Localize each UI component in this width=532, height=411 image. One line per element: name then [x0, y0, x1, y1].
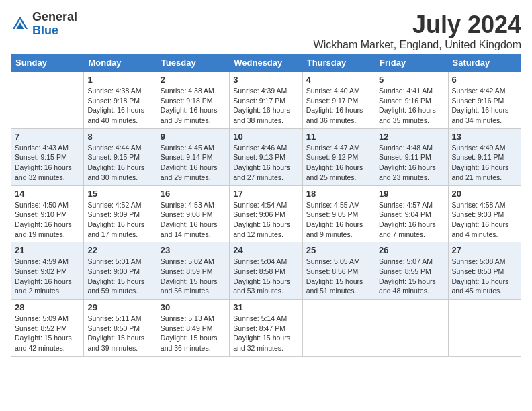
day-info: Sunrise: 4:44 AM Sunset: 9:15 PM Dayligh…	[87, 143, 152, 183]
day-info: Sunrise: 4:53 AM Sunset: 9:08 PM Dayligh…	[161, 200, 226, 240]
day-info: Sunrise: 5:04 AM Sunset: 8:58 PM Dayligh…	[233, 257, 298, 296]
logo-blue-text: Blue	[32, 24, 77, 38]
day-number: 10	[233, 132, 298, 142]
day-number: 5	[379, 75, 444, 85]
calendar-cell: 28Sunrise: 5:09 AM Sunset: 8:52 PM Dayli…	[11, 300, 84, 357]
header-thursday: Thursday	[302, 54, 375, 72]
calendar-cell: 22Sunrise: 5:01 AM Sunset: 9:00 PM Dayli…	[84, 242, 157, 300]
calendar-cell	[448, 300, 521, 357]
calendar-cell	[302, 300, 375, 357]
calendar-cell: 2Sunrise: 4:38 AM Sunset: 9:18 PM Daylig…	[157, 72, 229, 129]
day-info: Sunrise: 4:38 AM Sunset: 9:18 PM Dayligh…	[161, 86, 226, 126]
day-number: 15	[87, 189, 152, 199]
calendar-cell: 11Sunrise: 4:47 AM Sunset: 9:12 PM Dayli…	[302, 128, 375, 185]
calendar-cell: 26Sunrise: 5:07 AM Sunset: 8:55 PM Dayli…	[375, 242, 448, 300]
day-info: Sunrise: 5:11 AM Sunset: 8:50 PM Dayligh…	[87, 314, 152, 353]
day-info: Sunrise: 4:59 AM Sunset: 9:02 PM Dayligh…	[15, 257, 80, 296]
calendar-cell: 18Sunrise: 4:55 AM Sunset: 9:05 PM Dayli…	[302, 185, 375, 242]
calendar-cell: 29Sunrise: 5:11 AM Sunset: 8:50 PM Dayli…	[84, 300, 157, 357]
day-info: Sunrise: 4:57 AM Sunset: 9:04 PM Dayligh…	[379, 200, 444, 240]
day-number: 26	[379, 245, 444, 255]
calendar-cell: 15Sunrise: 4:52 AM Sunset: 9:09 PM Dayli…	[84, 185, 157, 242]
day-info: Sunrise: 5:13 AM Sunset: 8:49 PM Dayligh…	[161, 314, 226, 353]
calendar-cell: 9Sunrise: 4:45 AM Sunset: 9:14 PM Daylig…	[157, 128, 229, 185]
calendar-cell: 14Sunrise: 4:50 AM Sunset: 9:10 PM Dayli…	[11, 185, 84, 242]
day-number: 24	[233, 245, 298, 255]
day-info: Sunrise: 4:43 AM Sunset: 9:15 PM Dayligh…	[15, 143, 80, 183]
calendar-cell: 31Sunrise: 5:14 AM Sunset: 8:47 PM Dayli…	[230, 300, 302, 357]
calendar-week-row: 21Sunrise: 4:59 AM Sunset: 9:02 PM Dayli…	[11, 242, 521, 300]
day-info: Sunrise: 5:02 AM Sunset: 8:59 PM Dayligh…	[161, 257, 226, 296]
calendar-cell	[375, 300, 448, 357]
header-sunday: Sunday	[11, 54, 84, 72]
header: General Blue July 2024 Wickham Market, E…	[11, 11, 521, 51]
calendar-cell: 6Sunrise: 4:42 AM Sunset: 9:16 PM Daylig…	[448, 72, 521, 129]
day-number: 17	[233, 189, 298, 199]
calendar-cell: 21Sunrise: 4:59 AM Sunset: 9:02 PM Dayli…	[11, 242, 84, 300]
day-number: 4	[306, 75, 371, 85]
day-info: Sunrise: 4:49 AM Sunset: 9:11 PM Dayligh…	[452, 143, 517, 183]
day-number: 16	[161, 189, 226, 199]
day-number: 20	[452, 189, 517, 199]
calendar-cell: 24Sunrise: 5:04 AM Sunset: 8:58 PM Dayli…	[230, 242, 302, 300]
day-info: Sunrise: 5:07 AM Sunset: 8:55 PM Dayligh…	[379, 257, 444, 296]
day-info: Sunrise: 5:01 AM Sunset: 9:00 PM Dayligh…	[87, 257, 152, 296]
day-number: 1	[87, 75, 152, 85]
day-info: Sunrise: 5:09 AM Sunset: 8:52 PM Dayligh…	[15, 314, 80, 353]
day-number: 12	[379, 132, 444, 142]
calendar-cell: 5Sunrise: 4:41 AM Sunset: 9:16 PM Daylig…	[375, 72, 448, 129]
calendar-table: Sunday Monday Tuesday Wednesday Thursday…	[11, 54, 521, 357]
day-info: Sunrise: 4:54 AM Sunset: 9:06 PM Dayligh…	[233, 200, 298, 240]
logo-icon	[11, 15, 30, 34]
calendar-cell: 1Sunrise: 4:38 AM Sunset: 9:18 PM Daylig…	[84, 72, 157, 129]
header-tuesday: Tuesday	[157, 54, 229, 72]
day-number: 14	[15, 189, 80, 199]
location-text: Wickham Market, England, United Kingdom	[314, 39, 521, 51]
day-info: Sunrise: 4:48 AM Sunset: 9:11 PM Dayligh…	[379, 143, 444, 183]
calendar-cell: 30Sunrise: 5:13 AM Sunset: 8:49 PM Dayli…	[157, 300, 229, 357]
title-block: July 2024 Wickham Market, England, Unite…	[314, 11, 521, 51]
calendar-week-row: 7Sunrise: 4:43 AM Sunset: 9:15 PM Daylig…	[11, 128, 521, 185]
day-header-row: Sunday Monday Tuesday Wednesday Thursday…	[11, 54, 521, 72]
day-number: 6	[452, 75, 517, 85]
logo-general-text: General	[32, 11, 77, 24]
day-number: 8	[87, 132, 152, 142]
calendar-cell: 10Sunrise: 4:46 AM Sunset: 9:13 PM Dayli…	[230, 128, 302, 185]
calendar-cell: 7Sunrise: 4:43 AM Sunset: 9:15 PM Daylig…	[11, 128, 84, 185]
day-info: Sunrise: 4:38 AM Sunset: 9:18 PM Dayligh…	[87, 86, 152, 126]
day-info: Sunrise: 4:45 AM Sunset: 9:14 PM Dayligh…	[161, 143, 226, 183]
calendar-cell: 17Sunrise: 4:54 AM Sunset: 9:06 PM Dayli…	[230, 185, 302, 242]
header-friday: Friday	[375, 54, 448, 72]
calendar-cell: 12Sunrise: 4:48 AM Sunset: 9:11 PM Dayli…	[375, 128, 448, 185]
day-info: Sunrise: 5:14 AM Sunset: 8:47 PM Dayligh…	[233, 314, 298, 353]
day-number: 22	[87, 245, 152, 255]
calendar-cell: 3Sunrise: 4:39 AM Sunset: 9:17 PM Daylig…	[230, 72, 302, 129]
day-number: 13	[452, 132, 517, 142]
day-info: Sunrise: 4:58 AM Sunset: 9:03 PM Dayligh…	[452, 200, 517, 240]
day-number: 2	[161, 75, 226, 85]
day-number: 28	[15, 302, 80, 312]
calendar-week-row: 28Sunrise: 5:09 AM Sunset: 8:52 PM Dayli…	[11, 300, 521, 357]
day-number: 7	[15, 132, 80, 142]
day-info: Sunrise: 4:47 AM Sunset: 9:12 PM Dayligh…	[306, 143, 371, 183]
logo: General Blue	[11, 11, 77, 38]
day-number: 23	[161, 245, 226, 255]
calendar-week-row: 1Sunrise: 4:38 AM Sunset: 9:18 PM Daylig…	[11, 72, 521, 129]
day-number: 19	[379, 189, 444, 199]
day-number: 31	[233, 302, 298, 312]
day-number: 29	[87, 302, 152, 312]
day-info: Sunrise: 4:39 AM Sunset: 9:17 PM Dayligh…	[233, 86, 298, 126]
header-wednesday: Wednesday	[230, 54, 302, 72]
day-info: Sunrise: 4:52 AM Sunset: 9:09 PM Dayligh…	[87, 200, 152, 240]
day-info: Sunrise: 4:41 AM Sunset: 9:16 PM Dayligh…	[379, 86, 444, 126]
calendar-cell: 4Sunrise: 4:40 AM Sunset: 9:17 PM Daylig…	[302, 72, 375, 129]
day-number: 9	[161, 132, 226, 142]
calendar-cell: 25Sunrise: 5:05 AM Sunset: 8:56 PM Dayli…	[302, 242, 375, 300]
day-number: 3	[233, 75, 298, 85]
day-number: 27	[452, 245, 517, 255]
day-info: Sunrise: 4:40 AM Sunset: 9:17 PM Dayligh…	[306, 86, 371, 126]
day-info: Sunrise: 4:42 AM Sunset: 9:16 PM Dayligh…	[452, 86, 517, 126]
day-info: Sunrise: 4:50 AM Sunset: 9:10 PM Dayligh…	[15, 200, 80, 240]
calendar-cell: 20Sunrise: 4:58 AM Sunset: 9:03 PM Dayli…	[448, 185, 521, 242]
calendar-cell: 27Sunrise: 5:08 AM Sunset: 8:53 PM Dayli…	[448, 242, 521, 300]
